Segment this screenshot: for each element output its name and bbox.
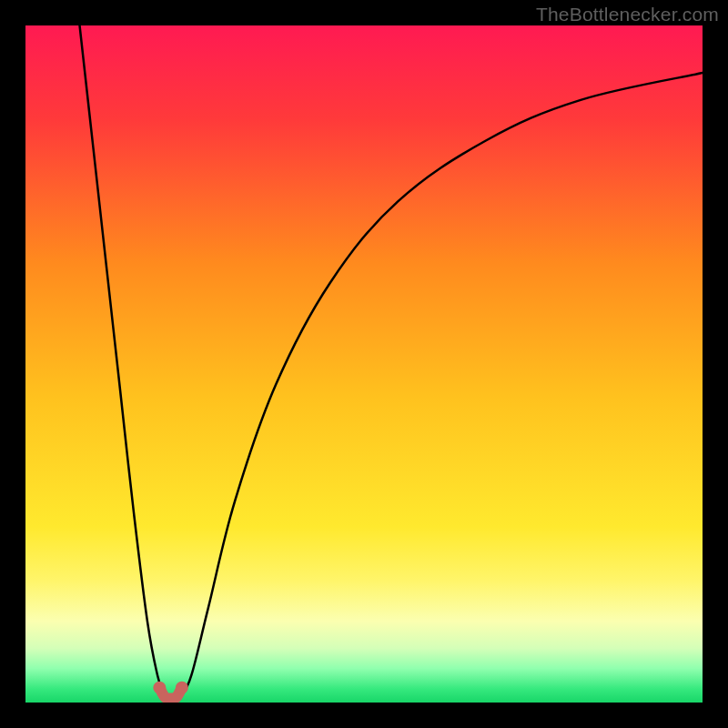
gradient-background (25, 25, 703, 703)
chart-frame (25, 25, 703, 703)
watermark-text: TheBottlenecker.com (536, 4, 719, 25)
svg-rect-0 (25, 25, 703, 703)
